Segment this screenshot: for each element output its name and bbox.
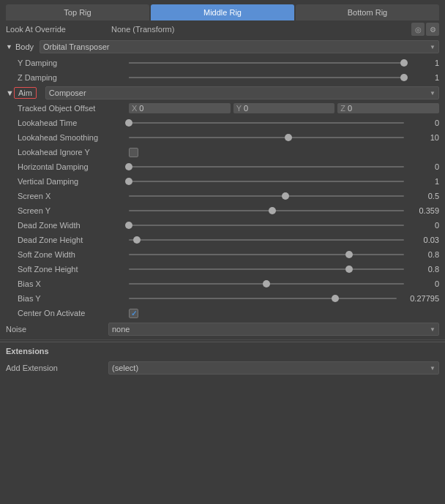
bias-x-label: Bias X: [6, 279, 123, 288]
screen-x-row: Screen X 0.5: [0, 189, 445, 203]
tracked-x-value: 0: [139, 104, 143, 113]
bias-y-value: 0.27795: [403, 294, 439, 303]
dead-zone-height-value: 0.03: [410, 236, 439, 244]
add-extension-row: Add Extension (select) ▼: [0, 360, 445, 376]
vertical-damping-slider[interactable]: [129, 181, 404, 182]
bias-y-label: Bias Y: [6, 294, 123, 303]
bias-x-row: Bias X 0: [0, 277, 445, 291]
dead-zone-height-row: Dead Zone Height 0.03: [0, 233, 445, 247]
aim-dropdown-arrow-icon: ▼: [430, 90, 435, 97]
lookahead-smoothing-label: Lookahead Smoothing: [6, 133, 123, 142]
screen-y-slider[interactable]: [129, 210, 404, 211]
bias-x-value: 0: [410, 279, 439, 288]
z-label: Z: [340, 104, 345, 113]
bias-x-slider[interactable]: [129, 283, 404, 285]
tracked-z-field[interactable]: Z 0: [337, 103, 439, 113]
soft-zone-width-label: Soft Zone Width: [6, 250, 123, 259]
look-at-settings-btn[interactable]: ⚙: [426, 23, 439, 36]
soft-zone-width-slider[interactable]: [129, 254, 404, 255]
add-extension-dropdown[interactable]: (select) ▼: [108, 361, 439, 375]
soft-zone-height-value: 0.8: [410, 265, 439, 274]
body-section-header[interactable]: ▼ Body Orbital Transposer ▼: [0, 38, 445, 56]
noise-dropdown[interactable]: none ▼: [108, 323, 439, 336]
y-label: Y: [236, 104, 242, 113]
lookahead-time-row: Lookahead Time 0: [0, 116, 445, 130]
lookahead-smoothing-slider[interactable]: [129, 137, 404, 138]
screen-x-value: 0.5: [410, 192, 439, 200]
tracked-x-field[interactable]: X 0: [129, 103, 231, 113]
center-on-activate-checkbox[interactable]: [129, 309, 138, 318]
dead-zone-width-slider[interactable]: [129, 225, 404, 226]
tracked-object-offset-row: Tracked Object Offset X 0 Y 0 Z 0: [0, 101, 445, 116]
screen-y-row: Screen Y 0.359: [0, 203, 445, 218]
vertical-damping-value: 1: [410, 177, 439, 186]
vertical-damping-row: Vertical Damping 1: [0, 174, 445, 189]
screen-x-slider[interactable]: [129, 195, 404, 197]
z-damping-label: Z Damping: [6, 73, 123, 82]
noise-dropdown-arrow-icon: ▼: [430, 326, 435, 333]
tab-bar: Top Rig Middle Rig Bottom Rig: [0, 0, 445, 20]
z-damping-row: Z Damping 1: [0, 70, 445, 85]
lookahead-ignore-y-checkbox-container: [129, 148, 138, 157]
horizontal-damping-slider[interactable]: [129, 166, 404, 168]
center-on-activate-label: Center On Activate: [6, 309, 123, 317]
lookahead-time-value: 0: [410, 119, 439, 127]
tracked-object-offset-label: Tracked Object Offset: [6, 104, 123, 113]
tab-bottom-rig[interactable]: Bottom Rig: [296, 4, 439, 20]
aim-section-header[interactable]: ▼ Aim Composer ▼: [0, 85, 445, 101]
x-label: X: [132, 104, 137, 113]
body-triangle-icon: ▼: [6, 43, 12, 50]
lookahead-time-slider[interactable]: [129, 122, 404, 124]
noise-row: Noise none ▼: [0, 320, 445, 338]
body-dropdown-arrow-icon: ▼: [430, 44, 435, 50]
add-extension-dropdown-arrow-icon: ▼: [430, 365, 435, 372]
z-damping-slider[interactable]: [129, 77, 404, 78]
add-extension-dropdown-value: (select): [112, 364, 138, 372]
vertical-damping-label: Vertical Damping: [6, 177, 123, 186]
dead-zone-width-row: Dead Zone Width 0: [0, 218, 445, 233]
horizontal-damping-row: Horizontal Damping 0: [0, 159, 445, 174]
look-at-override-label: Look At Override: [6, 25, 108, 34]
center-on-activate-row: Center On Activate: [0, 306, 445, 320]
look-at-target-btn[interactable]: ◎: [411, 23, 425, 36]
dead-zone-width-label: Dead Zone Width: [6, 221, 123, 230]
dead-zone-width-value: 0: [410, 221, 439, 230]
aim-box-label: Aim: [14, 87, 37, 99]
look-at-override-row: Look At Override None (Transform) ◎ ⚙: [0, 20, 445, 38]
body-dropdown[interactable]: Orbital Transposer ▼: [40, 40, 439, 53]
aim-triangle-icon: ▼: [6, 89, 14, 97]
lookahead-smoothing-value: 10: [410, 133, 439, 142]
aim-dropdown[interactable]: Composer ▼: [45, 86, 439, 99]
lookahead-ignore-y-row: Lookahead Ignore Y: [0, 145, 445, 159]
panel: Look At Override None (Transform) ◎ ⚙ ▼ …: [0, 20, 445, 376]
tracked-z-value: 0: [348, 104, 352, 113]
dead-zone-height-slider[interactable]: [129, 239, 404, 241]
y-damping-row: Y Damping 1: [0, 56, 445, 70]
tab-middle-rig[interactable]: Middle Rig: [151, 4, 294, 20]
tab-top-rig[interactable]: Top Rig: [6, 4, 149, 20]
lookahead-smoothing-row: Lookahead Smoothing 10: [0, 130, 445, 145]
extensions-title: Extensions: [6, 347, 439, 356]
y-damping-slider[interactable]: [129, 62, 404, 64]
soft-zone-height-slider[interactable]: [129, 268, 404, 270]
screen-x-label: Screen X: [6, 192, 123, 200]
tracked-y-field[interactable]: Y 0: [233, 103, 335, 113]
z-damping-value: 1: [410, 73, 439, 82]
horizontal-damping-value: 0: [410, 162, 439, 171]
lookahead-ignore-y-label: Lookahead Ignore Y: [6, 148, 123, 157]
look-at-override-value: None (Transform): [108, 25, 410, 34]
noise-dropdown-value: none: [112, 325, 130, 334]
separator: [0, 339, 445, 340]
lookahead-ignore-y-checkbox[interactable]: [129, 148, 138, 157]
body-label: Body: [15, 42, 34, 51]
y-damping-label: Y Damping: [6, 59, 123, 67]
soft-zone-height-label: Soft Zone Height: [6, 265, 123, 274]
screen-y-value: 0.359: [410, 206, 439, 215]
soft-zone-width-value: 0.8: [410, 250, 439, 259]
y-damping-value: 1: [410, 59, 439, 67]
add-extension-label: Add Extension: [6, 364, 108, 372]
lookahead-time-label: Lookahead Time: [6, 119, 123, 127]
body-dropdown-value: Orbital Transposer: [43, 42, 109, 51]
aim-dropdown-value: Composer: [49, 89, 86, 97]
bias-y-slider[interactable]: [129, 298, 397, 299]
